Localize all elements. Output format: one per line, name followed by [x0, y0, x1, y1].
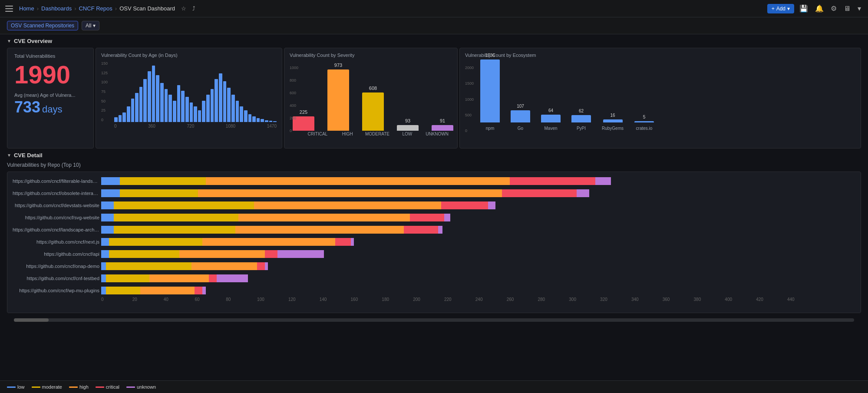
overview-cards: Total Vulnerabilities 1990 Avg (mean) Ag…: [7, 48, 861, 149]
age-bar: [160, 83, 164, 122]
bar-segment-critical: [510, 177, 596, 185]
age-bar: [114, 117, 118, 122]
eco-bar-name-label: npm: [486, 126, 494, 131]
ecosystem-bar-group: 107Go: [511, 104, 530, 131]
age-bars-container: [114, 61, 277, 122]
repo-label: https://github.com/cncf/cnf-testbed: [13, 276, 99, 281]
severity-x-labels: CRITICALHIGHMODERATELOWUNKNOWN: [290, 132, 452, 136]
hamburger-menu[interactable]: [5, 6, 13, 12]
bar-segment-high: [254, 201, 441, 209]
bar-segment-high: [198, 189, 502, 197]
sev-bar-value-label: 93: [405, 118, 410, 123]
cve-detail-section: ▼ CVE Detail Vulnerabilities by Repo (To…: [0, 152, 868, 317]
age-bar: [252, 116, 256, 122]
bar-segment-unknown: [277, 250, 324, 258]
x-tick-label: 0: [101, 297, 104, 302]
repo-bar-segments: [101, 201, 495, 209]
detail-chevron: ▼: [7, 153, 11, 158]
sev-x-label: CRITICAL: [303, 132, 333, 136]
ecosystem-bar: [541, 115, 561, 122]
age-x-label: 720: [187, 124, 195, 129]
age-bar: [127, 106, 130, 122]
repo-bar-segments: [101, 177, 611, 185]
x-tick-label: 140: [320, 297, 327, 302]
age-bar: [211, 89, 214, 122]
eco-bar-value-label: 107: [517, 104, 524, 109]
ecosystem-bar-group: 16RubyGems: [602, 113, 624, 131]
legend-color: [96, 386, 104, 388]
breadcrumb-cncf[interactable]: CNCF Repos: [79, 5, 112, 12]
bar-segment-high: [206, 177, 510, 185]
severity-y-axis: 10008006004002000: [290, 66, 298, 133]
ecosystem-bar-group: 1736npm: [480, 53, 500, 131]
age-bar: [248, 114, 252, 122]
bar-segment-high: [202, 238, 335, 246]
repo-bar-segments: [101, 226, 442, 234]
bar-segment-critical: [441, 201, 488, 209]
table-row: https://github.com/cncf/obsolete-interac…: [101, 188, 854, 198]
avg-age-unit: days: [42, 104, 62, 115]
bar-segment-high: [149, 274, 208, 282]
eco-y-label: 500: [465, 113, 474, 117]
table-row: https://github.com/cncf/cnf-testbed: [101, 274, 854, 283]
ecosystem-bar-group: 5crates.io: [634, 115, 654, 131]
age-bar: [261, 119, 264, 122]
bar-segment-unknown: [444, 214, 450, 221]
all-filter-select[interactable]: All ▾: [82, 21, 99, 30]
eco-bar-name-label: PyPI: [577, 126, 586, 131]
share-button[interactable]: ⤴: [191, 3, 197, 13]
sev-y-label: 800: [290, 78, 298, 83]
add-button[interactable]: + Add ▾: [767, 4, 794, 13]
sev-x-label: UNKNOWN: [422, 132, 452, 136]
bar-segment-low: [101, 274, 106, 282]
expand-icon-button[interactable]: ▾: [856, 3, 863, 14]
chevron-down-icon: ▾: [787, 6, 790, 12]
scrollbar-area[interactable]: [0, 317, 868, 335]
table-row: https://github.com/cncf/wp-mu-plugins: [101, 286, 854, 295]
bar-segment-moderate: [120, 189, 198, 197]
scrollbar-thumb[interactable]: [14, 318, 49, 322]
monitor-icon-button[interactable]: 🖥: [842, 3, 852, 14]
bar-segment-high: [191, 262, 257, 270]
overview-chevron: ▼: [7, 39, 11, 43]
x-tick-label: 20: [132, 297, 137, 302]
bar-segment-moderate: [120, 177, 206, 185]
breadcrumb-sep-2: ›: [74, 5, 76, 12]
bar-segment-high: [140, 287, 195, 294]
severity-bar: [432, 125, 453, 131]
age-chart: 1501251007550250 036072010801470: [101, 61, 277, 135]
star-button[interactable]: ☆: [179, 3, 188, 13]
table-row: https://github.com/cncf/filterable-lands…: [101, 176, 854, 186]
x-tick-label: 40: [164, 297, 168, 302]
repo-label: https://github.com/cncf/svg-website: [13, 215, 99, 220]
age-bar: [168, 95, 172, 122]
save-icon-button[interactable]: 💾: [798, 3, 810, 14]
severity-chart-card: Vulnerability Count by Severity 10008006…: [284, 48, 458, 149]
ecosystem-bars: 1736npm107Go64Maven62PyPI16RubyGems5crat…: [465, 61, 855, 131]
horizontal-scrollbar[interactable]: [14, 318, 854, 322]
repo-filter-tag[interactable]: OSV Scanned Repositories: [7, 21, 78, 30]
bar-segment-unknown: [265, 262, 268, 270]
cve-overview-header[interactable]: ▼ CVE Overview: [7, 38, 861, 44]
breadcrumb-home[interactable]: Home: [19, 5, 34, 12]
breadcrumb-dashboards[interactable]: Dashboards: [41, 5, 72, 12]
x-tick-label: 200: [413, 297, 420, 302]
legend-item: critical: [96, 384, 119, 390]
x-tick-label: 420: [756, 297, 763, 302]
cve-detail-header[interactable]: ▼ CVE Detail: [7, 152, 861, 159]
age-bar: [165, 89, 168, 122]
settings-icon-button[interactable]: ⚙: [829, 3, 838, 14]
bar-segment-low: [101, 214, 114, 221]
horiz-x-axis: 0204060801001201401601802002202402602803…: [101, 297, 854, 304]
x-tick-label: 400: [725, 297, 732, 302]
age-bar: [156, 75, 159, 122]
age-y-axis: 1501251007550250: [101, 61, 108, 122]
repo-bar-segments: [101, 214, 450, 221]
bar-segment-low: [101, 177, 120, 185]
bar-segment-critical: [502, 189, 577, 197]
alert-icon-button[interactable]: 🔔: [813, 3, 825, 14]
bar-segment-critical: [404, 226, 438, 234]
severity-bar-group: 93: [397, 118, 419, 131]
x-tick-label: 180: [382, 297, 389, 302]
age-y-label: 100: [101, 80, 108, 84]
